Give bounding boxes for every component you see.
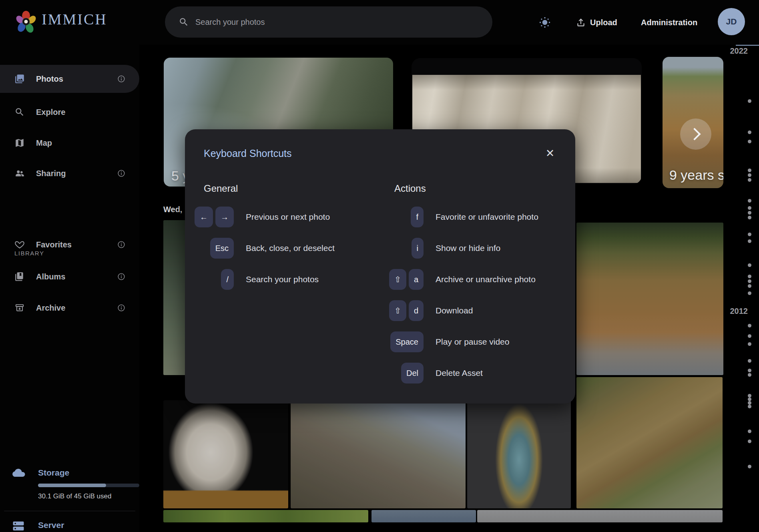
info-icon[interactable] xyxy=(117,169,126,178)
sidebar-item-label: Photos xyxy=(36,74,63,84)
upload-icon xyxy=(576,17,586,28)
timeline-dot xyxy=(748,263,751,267)
timeline-dot xyxy=(748,130,751,134)
key-shift: ⇧ xyxy=(389,300,406,321)
sidebar-item-photos[interactable]: Photos xyxy=(0,65,139,93)
upload-button[interactable]: Upload xyxy=(576,0,617,45)
shortcut-label: Download xyxy=(436,300,473,321)
timeline-dot xyxy=(748,199,751,203)
photo-marble-bust[interactable] xyxy=(163,400,288,508)
brand-wordmark: IMMICH xyxy=(42,10,107,28)
close-icon[interactable]: ✕ xyxy=(542,145,558,161)
timeline-dot xyxy=(748,394,751,397)
timeline-dot xyxy=(748,430,751,433)
search-icon xyxy=(179,17,189,27)
server-title: Server xyxy=(38,520,64,530)
timeline-dot xyxy=(748,239,751,243)
shortcut-row: Del Delete Asset xyxy=(185,363,575,383)
timeline-dot xyxy=(748,397,751,401)
memory-next-button[interactable] xyxy=(680,118,711,150)
info-icon[interactable] xyxy=(117,74,126,83)
general-section-heading: General xyxy=(204,183,238,194)
shortcut-label: Archive or unarchive photo xyxy=(436,269,536,290)
shortcut-row: ⇧ a Archive or unarchive photo xyxy=(185,269,575,290)
shortcut-label: Show or hide info xyxy=(436,238,500,259)
albums-icon xyxy=(14,271,25,282)
sun-icon xyxy=(539,16,551,28)
theme-toggle-button[interactable] xyxy=(539,0,551,45)
timeline-year-2022: 2022 xyxy=(728,46,748,56)
upload-label: Upload xyxy=(590,18,617,27)
key-a: a xyxy=(409,269,424,290)
photo-cliff-beach[interactable] xyxy=(576,223,723,375)
shortcut-label: Delete Asset xyxy=(436,363,483,383)
sidebar-divider xyxy=(4,511,135,511)
user-avatar[interactable]: JD xyxy=(718,8,745,35)
keyboard-shortcuts-modal: Keyboard Shortcuts ✕ General Actions ← →… xyxy=(185,129,575,404)
map-icon xyxy=(14,138,25,148)
timeline-dot xyxy=(748,211,751,215)
server-icon xyxy=(11,519,26,532)
sidebar-item-sharing[interactable]: Sharing xyxy=(0,159,139,187)
timeline-dot xyxy=(748,369,751,372)
photo-lizard[interactable] xyxy=(576,377,723,508)
memory-card-next-photo[interactable]: 9 years si xyxy=(663,57,723,188)
timeline-year-2012: 2012 xyxy=(728,307,748,316)
heart-icon xyxy=(14,239,25,250)
timeline-dot xyxy=(748,334,751,338)
storage-title: Storage xyxy=(38,468,69,478)
timeline-dot xyxy=(748,359,751,363)
memory-label: 9 years si xyxy=(669,167,723,183)
search-bar[interactable] xyxy=(165,6,492,38)
timeline-dot xyxy=(748,140,751,143)
photo-grass-strip[interactable] xyxy=(163,510,368,522)
shortcut-row: f Favorite or unfavorite photo xyxy=(185,207,575,227)
sidebar-item-label: Favorites xyxy=(36,240,72,249)
timeline-dot xyxy=(748,178,751,182)
photo-thumbnail xyxy=(467,400,571,508)
shortcut-row: i Show or hide info xyxy=(185,238,575,259)
info-icon[interactable] xyxy=(117,303,126,312)
photo-porcelain-tower[interactable] xyxy=(467,400,571,508)
sidebar-item-favorites[interactable]: Favorites xyxy=(0,231,139,259)
timeline-dot xyxy=(748,405,751,408)
shortcut-label: Play or pause video xyxy=(436,331,509,352)
sidebar-item-albums[interactable]: Albums xyxy=(0,263,139,291)
sidebar-item-label: Archive xyxy=(36,303,65,313)
info-icon[interactable] xyxy=(117,272,126,281)
photo-ruins-wall[interactable] xyxy=(291,400,466,508)
administration-link[interactable]: Administration xyxy=(641,0,697,45)
top-navbar: IMMICH Upload Administration xyxy=(0,0,759,45)
photo-blue-strip[interactable] xyxy=(371,510,476,522)
shortcut-label: Favorite or unfavorite photo xyxy=(436,207,538,227)
sidebar: Photos Explore Map Sharing xyxy=(0,45,139,532)
timeline-dot xyxy=(748,206,751,210)
sidebar-item-map[interactable]: Map xyxy=(0,129,139,157)
sidebar-item-explore[interactable]: Explore xyxy=(0,98,139,126)
sidebar-item-label: Explore xyxy=(36,108,65,117)
timeline-dot xyxy=(748,324,751,327)
timeline-dot xyxy=(748,401,751,405)
chevron-right-icon xyxy=(688,128,701,140)
info-icon[interactable] xyxy=(117,240,126,249)
immich-app: 5 y 9 years si Wed, 2022 2012 IMMICH xyxy=(0,0,759,532)
cloud-icon xyxy=(11,466,26,480)
actions-section-heading: Actions xyxy=(394,183,426,194)
sharing-people-icon xyxy=(14,168,25,179)
administration-label: Administration xyxy=(641,18,697,27)
sidebar-item-archive[interactable]: Archive xyxy=(0,294,139,322)
key-shift: ⇧ xyxy=(389,269,406,290)
explore-search-icon xyxy=(14,107,25,117)
timeline-dot xyxy=(748,279,751,283)
date-group-header: Wed, xyxy=(163,205,182,214)
key-i: i xyxy=(412,238,424,259)
timeline-scrubber[interactable] xyxy=(723,40,759,532)
timeline-dot xyxy=(748,291,751,295)
photo-wall-strip[interactable] xyxy=(477,510,723,522)
storage-progress-bar xyxy=(38,484,139,487)
key-space: Space xyxy=(390,331,424,352)
timeline-dot xyxy=(748,284,751,288)
search-input[interactable] xyxy=(195,17,468,27)
timeline-dot xyxy=(748,342,751,346)
avatar-initials: JD xyxy=(726,17,737,26)
